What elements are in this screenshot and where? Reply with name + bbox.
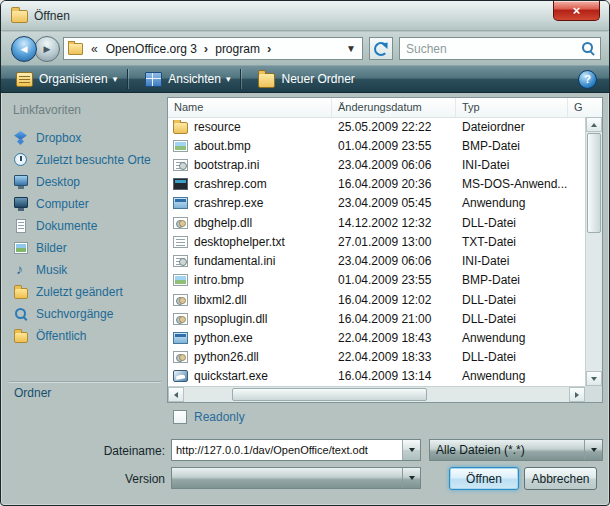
chevron-right-icon[interactable]: › [265, 41, 273, 56]
filename-dropdown-button[interactable] [402, 440, 420, 460]
application-file-icon [173, 332, 188, 344]
help-icon: ? [584, 73, 591, 85]
sidebar-item-label: Musik [36, 263, 67, 277]
file-type: MS-DOS-Anwend... [456, 177, 568, 191]
arrow-up-icon [591, 123, 597, 127]
organize-button[interactable]: Organisieren ▾ [8, 68, 125, 90]
help-button[interactable]: ? [578, 70, 597, 89]
file-date: 22.04.2009 18:33 [332, 350, 456, 364]
address-history-dropdown-icon[interactable]: ▼ [340, 43, 362, 54]
back-button[interactable]: ◀ [11, 36, 37, 62]
column-header-type[interactable]: Typ [456, 98, 568, 117]
recently-changed-icon [13, 285, 29, 299]
views-button[interactable]: Ansichten ▾ [137, 68, 238, 90]
file-row[interactable]: python.exe 22.04.2009 18:43 Anwendung [168, 328, 585, 347]
file-type: DLL-Datei [456, 216, 568, 230]
sidebar-item-desktop[interactable]: Desktop [9, 171, 161, 193]
file-name: about.bmp [194, 139, 251, 153]
sidebar-item-computer[interactable]: Computer [9, 193, 161, 215]
column-header-size[interactable]: G [568, 98, 602, 117]
scroll-right-button[interactable] [569, 387, 585, 402]
music-icon [13, 263, 29, 277]
scroll-left-button[interactable] [168, 387, 184, 402]
sidebar-item-pictures[interactable]: Bilder [9, 237, 161, 259]
new-folder-label: Neuer Ordner [281, 72, 354, 86]
filename-input[interactable] [172, 440, 402, 460]
filetype-dropdown-button[interactable] [584, 440, 602, 460]
file-type: Anwendung [456, 369, 568, 383]
file-row[interactable]: libxml2.dll 16.04.2009 12:02 DLL-Datei [168, 290, 585, 309]
titlebar[interactable]: Öffnen [1, 1, 609, 31]
file-row[interactable]: dbghelp.dll 14.12.2002 12:32 DLL-Datei [168, 213, 585, 232]
file-date: 25.05.2009 22:22 [332, 120, 456, 134]
address-folder-icon [68, 43, 83, 55]
folders-toggle[interactable]: Ordner [9, 381, 161, 403]
open-button[interactable]: Öffnen [449, 467, 519, 490]
sidebar-item-label: Desktop [36, 175, 80, 189]
file-row[interactable]: intro.bmp 01.04.2009 23:55 BMP-Datei [168, 271, 585, 290]
file-type: Anwendung [456, 196, 568, 210]
arrow-down-icon [591, 377, 597, 381]
file-row[interactable]: crashrep.exe 23.04.2009 05:45 Anwendung [168, 194, 585, 213]
vertical-scrollbar[interactable] [585, 117, 602, 386]
file-type: INI-Datei [456, 158, 568, 172]
new-folder-button[interactable]: Neuer Ordner [250, 68, 362, 90]
breadcrumb-overflow[interactable]: « [88, 42, 101, 56]
dll-file-icon [173, 351, 188, 363]
readonly-checkbox[interactable] [173, 410, 187, 424]
scroll-up-button[interactable] [586, 117, 602, 132]
breadcrumb-item-openoffice[interactable]: OpenOffice.org 3 [101, 42, 202, 56]
searches-icon [13, 307, 29, 321]
organize-label: Organisieren [39, 72, 108, 86]
file-row[interactable]: desktophelper.txt 27.01.2009 13:00 TXT-D… [168, 232, 585, 251]
file-row[interactable]: python26.dll 22.04.2009 18:33 DLL-Datei [168, 348, 585, 367]
toolbar-separator [240, 69, 241, 89]
txt-file-icon [173, 236, 188, 248]
column-header-date[interactable]: Änderungsdatum [332, 98, 456, 117]
search-icon[interactable] [580, 40, 600, 58]
vertical-scrollbar-thumb[interactable] [587, 133, 601, 233]
sidebar-item-dropbox[interactable]: Dropbox [9, 127, 161, 149]
cancel-button[interactable]: Abbrechen [524, 467, 597, 490]
scrollbar-corner [585, 386, 602, 402]
file-name: resource [194, 120, 241, 134]
breadcrumb-item-program[interactable]: program [210, 42, 265, 56]
recent-places-icon [13, 153, 29, 167]
back-arrow-icon: ◀ [21, 44, 28, 54]
version-select[interactable] [171, 467, 421, 489]
file-row[interactable]: quickstart.exe 16.04.2009 13:14 Anwendun… [168, 367, 585, 386]
sidebar-item-public[interactable]: Öffentlich [9, 325, 161, 347]
file-date: 01.04.2009 23:55 [332, 139, 456, 153]
horizontal-scrollbar-thumb[interactable] [232, 388, 427, 401]
sidebar-item-recently-changed[interactable]: Zuletzt geändert [9, 281, 161, 303]
sidebar-item-searches[interactable]: Suchvorgänge [9, 303, 161, 325]
chevron-right-icon[interactable]: › [202, 41, 210, 56]
sidebar-item-label: Öffentlich [36, 329, 86, 343]
forward-button[interactable]: ▶ [34, 36, 60, 62]
close-button[interactable]: × [553, 1, 600, 21]
filetype-select[interactable]: Alle Dateien (*.*) [429, 439, 603, 461]
refresh-button[interactable] [369, 37, 393, 60]
version-dropdown-button[interactable] [402, 468, 420, 488]
sidebar-item-documents[interactable]: Dokumente [9, 215, 161, 237]
file-row[interactable]: bootstrap.ini 23.04.2009 06:06 INI-Datei [168, 155, 585, 174]
file-row[interactable]: resource 25.05.2009 22:22 Dateiordner [168, 117, 585, 136]
search-input[interactable] [400, 42, 580, 56]
window-title: Öffnen [34, 9, 70, 23]
file-row[interactable]: fundamental.ini 23.04.2009 06:06 INI-Dat… [168, 252, 585, 271]
file-date: 14.12.2002 12:32 [332, 216, 456, 230]
sidebar-item-music[interactable]: Musik [9, 259, 161, 281]
file-date: 16.04.2009 12:02 [332, 293, 456, 307]
file-row[interactable]: crashrep.com 16.04.2009 20:36 MS-DOS-Anw… [168, 175, 585, 194]
horizontal-scrollbar[interactable] [168, 386, 585, 402]
sidebar-item-recent-places[interactable]: Zuletzt besuchte Orte [9, 149, 161, 171]
file-row[interactable]: npsoplugin.dll 16.04.2009 21:00 DLL-Date… [168, 309, 585, 328]
breadcrumb[interactable]: « OpenOffice.org 3 › program › ▼ [63, 37, 363, 60]
file-type: Dateiordner [456, 120, 568, 134]
scroll-down-button[interactable] [586, 371, 602, 386]
column-header-name[interactable]: Name [168, 98, 332, 117]
arrow-right-icon [575, 392, 579, 398]
file-date: 23.04.2009 05:45 [332, 196, 456, 210]
chevron-down-icon: ▾ [113, 74, 118, 84]
file-row[interactable]: about.bmp 01.04.2009 23:55 BMP-Datei [168, 136, 585, 155]
